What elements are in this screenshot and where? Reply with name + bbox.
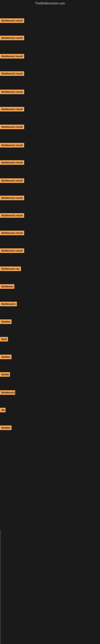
bottleneck-badge: Bottleneck result — [0, 178, 24, 183]
bottleneck-result-item[interactable]: Bottle — [0, 372, 10, 378]
bottleneck-badge: Bottleneck result — [0, 143, 24, 148]
bottleneck-badge: Bo — [0, 408, 6, 412]
bottleneck-result-item[interactable]: Bottleneck result — [0, 178, 24, 184]
bottleneck-badge: Bottleneck result — [0, 107, 24, 112]
bottleneck-result-item[interactable]: Bottleneck result — [0, 54, 24, 59]
bottleneck-result-item[interactable]: Bottleneck result — [0, 143, 24, 148]
bottleneck-result-item[interactable]: Bottlenec — [0, 284, 14, 290]
bottleneck-badge: Bottlen — [0, 320, 12, 324]
bottleneck-badge: Bottleneck result — [0, 54, 24, 58]
bottleneck-result-item[interactable]: Bottleneck result — [0, 36, 24, 41]
bottleneck-badge: Bottleneck result — [0, 248, 24, 253]
bottleneck-result-item[interactable]: Bottleneck result — [0, 196, 24, 201]
bottleneck-badge: Bottleneck result — [0, 90, 24, 94]
bottleneck-result-item[interactable]: Bo — [0, 408, 6, 413]
bottleneck-badge: Bottleneck result — [0, 124, 24, 129]
bottleneck-badge: Bottleneck — [0, 390, 15, 395]
bottleneck-result-item[interactable]: Bottleneck res — [0, 266, 21, 272]
bottleneck-result-item[interactable]: Bottlen — [0, 320, 12, 325]
bottleneck-result-item[interactable]: Bottleneck result — [0, 71, 24, 77]
bottleneck-badge: Bottleneck result — [0, 18, 24, 23]
bottleneck-badge: Bottleneck r — [0, 302, 17, 306]
bottleneck-result-item[interactable]: Bott — [0, 337, 8, 342]
vertical-line — [0, 530, 1, 644]
bottleneck-result-item[interactable]: Bottleneck result — [0, 160, 24, 166]
bottleneck-result-item[interactable]: Bottleneck result — [0, 124, 24, 130]
bottleneck-result-item[interactable]: Bottleneck r — [0, 302, 17, 307]
bottleneck-result-item[interactable]: Bottleneck result — [0, 90, 24, 95]
bottleneck-result-item[interactable]: Bottleneck result — [0, 213, 24, 218]
bottleneck-result-item[interactable]: Bottleneck result — [0, 248, 24, 254]
bottleneck-result-item[interactable]: Bottleneck result — [0, 18, 24, 24]
bottleneck-badge: Bottleneck result — [0, 196, 24, 200]
site-title: TheBottlenecker.com — [0, 0, 100, 7]
bottleneck-result-item[interactable]: Bottleneck result — [0, 231, 24, 236]
bottleneck-badge: Bottlen — [0, 426, 12, 430]
bottleneck-badge: Bottlenec — [0, 284, 14, 289]
bottleneck-badge: Bottleneck res — [0, 266, 21, 271]
bottleneck-badge: Bottleneck result — [0, 36, 24, 40]
bottleneck-result-item[interactable]: Bottlen — [0, 354, 12, 360]
bottleneck-badge: Bottleneck result — [0, 231, 24, 235]
bottleneck-badge: Bottleneck result — [0, 213, 24, 218]
bottleneck-result-item[interactable]: Bottleneck — [0, 390, 15, 396]
bottleneck-badge: Bottle — [0, 372, 10, 377]
bottleneck-badge: Bott — [0, 337, 8, 342]
bottleneck-badge: Bottlen — [0, 354, 12, 359]
bottleneck-badge: Bottleneck result — [0, 160, 24, 165]
bottleneck-badge: Bottleneck result — [0, 71, 24, 76]
bottleneck-result-item[interactable]: Bottlen — [0, 426, 12, 431]
bottleneck-result-item[interactable]: Bottleneck result — [0, 107, 24, 112]
